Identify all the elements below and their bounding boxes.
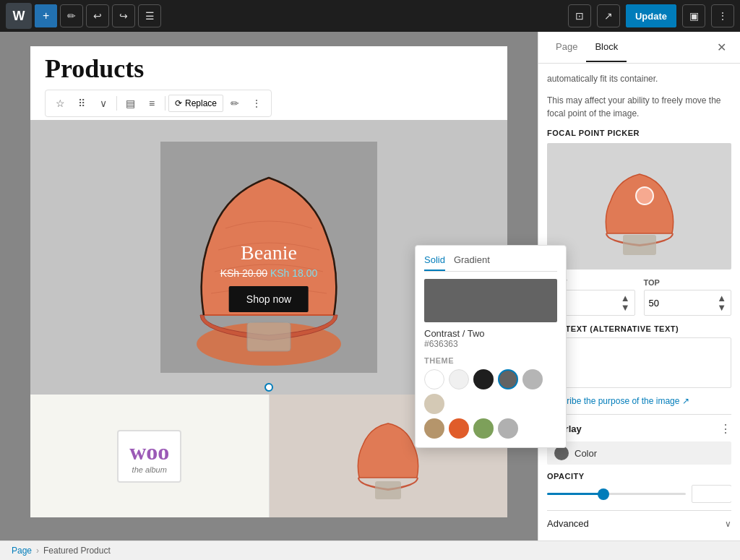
block-star-btn[interactable]: ☆	[50, 93, 70, 113]
opacity-input[interactable]	[692, 486, 740, 501]
overlay-more-btn[interactable]: ⋮	[720, 422, 731, 436]
svg-rect-4	[623, 235, 656, 255]
swatch-light-gray[interactable]	[449, 369, 469, 389]
panel-header: Page Block ✕	[538, 32, 740, 64]
swatch-brown[interactable]	[424, 418, 444, 439]
top-coord-value: 50	[649, 298, 659, 309]
replace-btn[interactable]: ⟳ Replace	[168, 95, 223, 112]
top-coord-label: TOP	[644, 278, 732, 287]
tab-page[interactable]: Page	[547, 33, 586, 62]
swatch-contrast-two[interactable]	[498, 369, 518, 389]
breadcrumb-separator: ›	[36, 546, 39, 556]
color-dot	[554, 446, 569, 460]
info-text-2: This may affect your ability to freely m…	[547, 94, 731, 120]
opacity-slider[interactable]	[547, 493, 686, 495]
main-area: Products ☆ ⠿ ∨ ▤ ≡ ⟳ Replace ✏	[0, 32, 740, 540]
more-block-options-btn[interactable]: ⋮	[246, 93, 267, 113]
toolbar-wrapper: ☆ ⠿ ∨ ▤ ≡ ⟳ Replace ✏ ⋮	[30, 90, 507, 117]
edit-image-btn[interactable]: ✏	[225, 93, 245, 113]
block-toolbar: ☆ ⠿ ∨ ▤ ≡ ⟳ Replace ✏ ⋮	[45, 90, 272, 117]
breadcrumb-page-link[interactable]: Page	[12, 546, 32, 556]
alt-text-input[interactable]	[547, 337, 731, 388]
top-coord-input[interactable]: 50 ▲ ▼	[644, 290, 732, 316]
swatch-tan[interactable]	[424, 394, 444, 414]
theme-label: THEME	[424, 356, 538, 365]
tab-block[interactable]: Block	[586, 33, 627, 62]
toolbar-divider-2	[165, 96, 165, 111]
focal-beanie-preview	[593, 154, 687, 259]
woo-content: woo the album	[117, 430, 181, 483]
product-name: Beanie	[220, 241, 318, 264]
describe-purpose-link[interactable]: Describe the purpose of the image ↗	[547, 396, 689, 406]
swatch-white[interactable]	[424, 369, 444, 389]
color-label: Color	[575, 448, 597, 459]
color-swatches-row2	[424, 418, 538, 439]
color-row[interactable]: Color	[547, 441, 731, 465]
color-name: Contrast / Two	[424, 328, 538, 339]
color-hex: #636363	[424, 339, 538, 349]
left-down-arrow[interactable]: ▼	[621, 303, 630, 312]
share-btn[interactable]: ↗	[597, 4, 620, 27]
swatch-green[interactable]	[473, 418, 494, 439]
toolbar-divider-1	[116, 96, 117, 111]
page-title: Products	[45, 53, 493, 84]
color-picker-popup: Solid Gradient Contrast / Two #636363 TH…	[415, 245, 538, 448]
page-title-area: Products	[30, 46, 507, 84]
update-btn[interactable]: Update	[626, 4, 676, 27]
top-coord-arrows: ▲ ▼	[717, 293, 726, 312]
more-options-btn[interactable]: ⋮	[711, 4, 734, 27]
block-drag-btn[interactable]: ⠿	[72, 93, 92, 113]
editor-area: Products ☆ ⠿ ∨ ▤ ≡ ⟳ Replace ✏	[0, 32, 538, 540]
breadcrumb-current: Featured Product	[43, 546, 111, 556]
swatch-gray[interactable]	[522, 369, 538, 389]
shop-now-btn[interactable]: Shop now	[229, 286, 309, 312]
swatch-black[interactable]	[473, 369, 494, 389]
svg-rect-3	[375, 481, 401, 499]
alt-text-label: ALT TEXT (ALTERNATIVE TEXT)	[547, 324, 731, 333]
color-swatches-row1	[424, 369, 538, 414]
top-down-arrow[interactable]: ▼	[717, 303, 726, 312]
woo-logo: woo	[129, 439, 169, 465]
product-price: KSh 20.00 KSh 18.00	[220, 267, 318, 279]
topbar-right: ⊡ ↗ Update ▣ ⋮	[568, 4, 734, 27]
add-block-btn[interactable]: +	[35, 4, 57, 27]
panel-tabs: Page Block	[547, 33, 711, 62]
focal-point-dot[interactable]	[264, 383, 273, 392]
gradient-tab[interactable]: Gradient	[454, 254, 490, 271]
swatch-medium-gray[interactable]	[498, 418, 518, 439]
advanced-label: Advanced	[547, 518, 589, 529]
panel-close-btn[interactable]: ✕	[711, 38, 731, 58]
focal-point-picker[interactable]	[547, 143, 731, 270]
solid-tab[interactable]: Solid	[424, 254, 445, 271]
sidebar-toggle-btn[interactable]: ▣	[682, 4, 705, 27]
top-coord-field: TOP 50 ▲ ▼	[644, 278, 732, 316]
woo-subtitle: the album	[129, 465, 169, 474]
align-left-btn[interactable]: ▤	[120, 93, 140, 113]
advanced-chevron-icon: ∨	[725, 519, 731, 529]
align-center-btn[interactable]: ≡	[142, 93, 162, 113]
wp-logo-btn[interactable]: W	[6, 3, 32, 29]
right-panel: Page Block ✕ automatically fit its conta…	[538, 32, 740, 540]
topbar: W + ✏ ↩ ↪ ☰ ⊡ ↗ Update ▣ ⋮	[0, 0, 740, 32]
info-text-1: automatically fit its container.	[547, 72, 731, 85]
undo-btn[interactable]: ↩	[86, 4, 109, 27]
opacity-row: ▲ ▼	[547, 485, 731, 503]
svg-point-5	[636, 187, 653, 204]
left-coord-arrows: ▲ ▼	[621, 293, 630, 312]
opacity-label: OPACITY	[547, 472, 731, 481]
panel-body: automatically fit its container. This ma…	[538, 64, 740, 540]
opacity-section: OPACITY ▲ ▼	[547, 472, 731, 503]
block-move-btn[interactable]: ∨	[93, 93, 113, 113]
original-price: KSh 20.00	[220, 267, 267, 279]
list-view-btn[interactable]: ☰	[138, 4, 161, 27]
color-preview-large	[424, 279, 538, 322]
topbar-left: W + ✏ ↩ ↪ ☰	[6, 3, 565, 29]
redo-btn[interactable]: ↪	[112, 4, 135, 27]
thumbnail-woo[interactable]: woo the album	[30, 395, 270, 517]
opacity-input-wrap: ▲ ▼	[692, 485, 731, 503]
tools-btn[interactable]: ✏	[60, 4, 83, 27]
overlay-section: Overlay ⋮ Color	[547, 422, 731, 465]
view-btn[interactable]: ⊡	[568, 4, 591, 27]
advanced-section[interactable]: Advanced ∨	[547, 510, 731, 533]
swatch-orange[interactable]	[449, 418, 469, 439]
